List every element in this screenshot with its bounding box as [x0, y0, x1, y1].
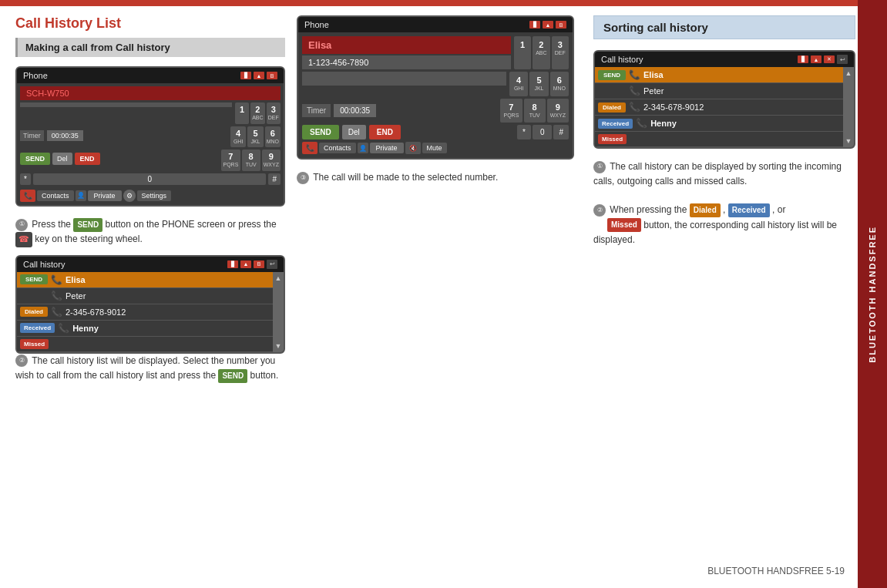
ch-received-btn-right[interactable]: Received [598, 119, 633, 129]
step1-send-ref: SEND [73, 218, 102, 232]
ch-icons-right: ▊ ▲ ✕ ↩ [798, 55, 848, 64]
key-1[interactable]: 1 [235, 102, 249, 124]
ch-missed-btn-right[interactable]: Missed [598, 134, 627, 144]
ch-scrollbar-right[interactable]: ▲ ▼ [843, 67, 854, 147]
ch-name-elisa-right: Elisa [643, 70, 840, 79]
mid-mute-btn[interactable]: Mute [422, 143, 447, 153]
ch-row-missed-right[interactable]: Missed [595, 132, 843, 147]
back-icon[interactable]: ↩ [267, 260, 277, 269]
mid-key-2[interactable]: 2ABC [533, 36, 549, 69]
ch-row-elisa-right[interactable]: SEND 📞 Elisa [595, 67, 843, 83]
key-4[interactable]: 4GHI [230, 126, 246, 148]
top-bar [0, 0, 887, 6]
contacts-btn-1[interactable]: Contacts [37, 190, 74, 201]
mid-contacts-icon: 👤 [358, 143, 368, 153]
step2-send-ref: SEND [218, 369, 247, 383]
ch-send-btn-left[interactable]: SEND [20, 274, 48, 284]
note2-dialed-ref: Dialed [690, 203, 721, 217]
end-btn-1[interactable]: END [75, 153, 100, 165]
ch-body-right: SEND 📞 Elisa 📞 Peter Dialed 📞 2-34 [595, 67, 854, 147]
ch-send-btn-right[interactable]: SEND [598, 70, 626, 80]
mid-end-btn[interactable]: END [369, 125, 401, 139]
mid-contacts-btn[interactable]: Contacts [319, 143, 356, 153]
display-name-1: SCH-W750 [26, 89, 69, 98]
ch-rows-left: SEND 📞 Elisa 📞 Peter Dialed 📞 2-34 [17, 272, 273, 352]
hash-key-1[interactable]: # [268, 173, 281, 185]
ch-row-received-right[interactable]: Received 📞 Henny [595, 116, 843, 132]
ch-signal-icon: ▲ [240, 260, 251, 268]
note2-missed-inline: Missed button, the corresponding call hi… [593, 220, 837, 245]
scroll-down-right: ▼ [845, 137, 852, 145]
settings-icon-1[interactable]: ⚙ [123, 190, 136, 202]
note2-intro: When pressing the [610, 204, 687, 215]
ch-row-missed-left[interactable]: Missed [17, 337, 273, 352]
ch-dialed-btn-right[interactable]: Dialed [598, 102, 626, 113]
mid-key-4[interactable]: 4GHI [509, 72, 528, 96]
mid-key-6[interactable]: 6MNO [550, 72, 569, 96]
ch-row-dialed-left[interactable]: Dialed 📞 2-345-678-9012 [17, 304, 273, 321]
ch-name-dialed-right: 2-345-678-9012 [643, 102, 840, 112]
step3-text: The call will be made to the selected nu… [313, 172, 498, 183]
mid-key-5[interactable]: 5JKL [529, 72, 548, 96]
step1-text: Press the [32, 219, 73, 230]
ch-scrollbar-left[interactable]: ▲ ▼ [273, 272, 284, 352]
phone-call-icon-1[interactable]: 📞 [20, 190, 35, 202]
step3-instruction: ③ The call will be made to the selected … [297, 170, 582, 185]
signal-icon-2: ▲ [543, 21, 553, 29]
battery-icon: ▊ [240, 72, 251, 79]
key-6[interactable]: 6MNO [265, 126, 281, 148]
mid-key-9[interactable]: 9WXYZ [547, 99, 569, 123]
contacts-icon: 👤 [76, 190, 86, 201]
ch-row-peter-left[interactable]: 📞 Peter [17, 288, 273, 304]
ch-dialed-btn-left[interactable]: Dialed [20, 307, 48, 317]
ch-row-elisa-left[interactable]: SEND 📞 Elisa [17, 272, 273, 288]
note2-or: , or [772, 204, 785, 215]
mid-phone-icon[interactable]: 📞 [302, 142, 318, 154]
ch-battery-icon: ▊ [227, 260, 238, 268]
del-btn-1[interactable]: Del [52, 153, 72, 165]
settings-btn-1[interactable]: Settings [137, 190, 172, 201]
mid-key-8[interactable]: 8TUV [524, 99, 546, 123]
key-8[interactable]: 8TUV [242, 150, 260, 171]
step3-num: ③ [297, 172, 309, 184]
ch-phone-icon-peter-right: 📞 [629, 86, 640, 96]
back-icon-right[interactable]: ↩ [837, 55, 848, 64]
zero-key-1[interactable]: 0 [33, 173, 267, 185]
mid-key-1[interactable]: 1 [514, 36, 531, 69]
ch-row-peter-right[interactable]: 📞 Peter [595, 83, 843, 99]
scroll-down-left: ▼ [275, 342, 282, 350]
mid-send-btn[interactable]: SEND [302, 125, 339, 139]
key-2[interactable]: 2ABC [250, 102, 264, 124]
mid-key-7[interactable]: 7PQRS [500, 99, 522, 123]
key-7[interactable]: 7PQRS [221, 150, 240, 171]
mid-del-btn[interactable]: Del [342, 125, 366, 139]
ch-name-henny-right: Henny [650, 119, 840, 128]
ch-row-received-left[interactable]: Received 📞 Henny [17, 321, 273, 337]
ch-phone-icon-dialed-right: 📞 [629, 102, 640, 113]
send-btn-1[interactable]: SEND [20, 153, 50, 165]
ch-missed-btn-left[interactable]: Missed [20, 339, 49, 349]
key-5[interactable]: 5JKL [247, 126, 263, 148]
mid-zero-key[interactable]: 0 [533, 125, 553, 139]
subsection-header: Making a call from Call history [15, 38, 285, 57]
mid-star-key[interactable]: * [517, 125, 531, 139]
phone-header-1: Phone ▊ ▲ B [17, 68, 284, 83]
ch-rows-container-left: SEND 📞 Elisa 📞 Peter Dialed 📞 2-34 [17, 272, 284, 352]
left-column: Call History List Making a call from Cal… [15, 15, 285, 391]
step1-rest: button on the PHONE screen or press the [106, 219, 277, 230]
display-row-1: SCH-W750 [20, 86, 281, 100]
key-9[interactable]: 9WXYZ [262, 150, 281, 171]
mid-key-3[interactable]: 3DEF [552, 36, 569, 69]
mid-hash-key[interactable]: # [553, 125, 569, 139]
private-btn-1[interactable]: Private [88, 190, 122, 201]
note1-num: ① [593, 161, 606, 173]
mid-mute-icon: 🔇 [405, 142, 421, 154]
star-key-1[interactable]: * [20, 173, 31, 185]
phone-screen-1: Phone ▊ ▲ B SCH-W750 1 2ABC 3DEF [15, 66, 285, 207]
mid-private-btn[interactable]: Private [370, 143, 404, 153]
note2-comma: , [723, 204, 728, 215]
key-3[interactable]: 3DEF [267, 102, 281, 124]
phone-key-icon: ☎ [18, 233, 29, 247]
ch-received-btn-left[interactable]: Received [20, 323, 55, 333]
ch-row-dialed-right[interactable]: Dialed 📞 2-345-678-9012 [595, 99, 843, 116]
